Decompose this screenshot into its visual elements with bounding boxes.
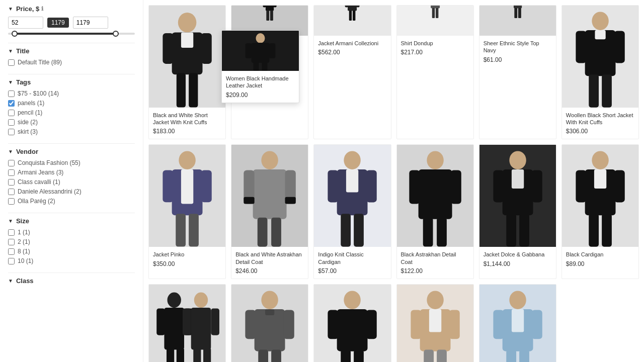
- tags-filter-title[interactable]: ▼ Tags: [8, 78, 135, 86]
- product-image: [314, 285, 390, 362]
- size-checkbox-1[interactable]: [8, 229, 15, 236]
- svg-rect-115: [337, 309, 368, 351]
- product-image: [479, 6, 556, 18]
- vendor-checkbox-5[interactable]: [8, 198, 15, 205]
- svg-rect-73: [450, 170, 461, 204]
- product-name: Shirt Dondup: [401, 40, 469, 47]
- svg-rect-119: [354, 350, 364, 362]
- svg-rect-13: [266, 11, 269, 21]
- svg-rect-49: [181, 169, 193, 204]
- product-card[interactable]: Black Astrakhan Detail Coat $122.00: [396, 144, 474, 279]
- title-default-checkbox[interactable]: [8, 59, 15, 66]
- product-card[interactable]: Light Blue Suit $320.00: [479, 284, 556, 362]
- svg-rect-87: [576, 170, 586, 203]
- product-card[interactable]: Dark Grey Jumper $145.00: [231, 284, 308, 362]
- product-info: Black Astrakhan Detail Coat $122.00: [397, 247, 473, 279]
- tag-item: panels (1): [8, 100, 135, 107]
- product-image: [149, 6, 225, 108]
- vendor-filter-title[interactable]: ▼ Vendor: [8, 148, 135, 155]
- svg-rect-141: [254, 62, 259, 71]
- price-filter-title[interactable]: ▼ Price, $ ℹ: [8, 5, 135, 13]
- price-max-input[interactable]: [73, 17, 108, 29]
- chevron-down-icon: ▼: [8, 278, 13, 284]
- product-card[interactable]: Indigo Knit Classic Cardigan $57.00: [313, 144, 391, 279]
- vendor-label-1: Conquista Fashion (55): [18, 159, 80, 166]
- product-card[interactable]: Jacket Pinko $350.00: [148, 144, 226, 279]
- product-card[interactable]: Black Suit Set $215.00: [148, 284, 226, 362]
- popup-price: $209.00: [226, 92, 295, 99]
- size-checkbox-4[interactable]: [8, 258, 15, 264]
- svg-rect-19: [357, 6, 360, 7]
- svg-point-77: [509, 151, 526, 170]
- price-range-thumb-right[interactable]: [113, 31, 119, 37]
- vendor-checkbox-2[interactable]: [8, 169, 15, 176]
- info-icon[interactable]: ℹ: [41, 6, 43, 12]
- size-checkbox-2[interactable]: [8, 239, 15, 245]
- size-item: 2 (1): [8, 238, 135, 245]
- svg-rect-127: [437, 350, 447, 362]
- svg-rect-142: [262, 62, 268, 71]
- size-filter-title[interactable]: ▼ Size: [8, 217, 135, 225]
- svg-rect-66: [346, 169, 358, 193]
- product-card[interactable]: Sheer Ethnic Style Top Navy $61.00: [479, 5, 556, 139]
- tag-label-5: skirt (3): [18, 128, 38, 135]
- tag-checkbox-2[interactable]: [8, 100, 15, 107]
- product-name: Black Cardigan: [566, 251, 634, 258]
- price-range-track[interactable]: [8, 33, 135, 35]
- product-image: [314, 145, 390, 247]
- product-card[interactable]: Black and White Short Jacket With Knit C…: [148, 5, 226, 139]
- size-label-2: 2 (1): [18, 238, 30, 245]
- tag-label-3: pencil (1): [18, 109, 42, 116]
- vendor-checkbox-4[interactable]: [8, 189, 15, 195]
- size-label-4: 10 (1): [18, 257, 33, 264]
- svg-point-137: [256, 33, 265, 43]
- vendor-checkbox-3[interactable]: [8, 179, 15, 186]
- tag-checkbox-1[interactable]: [8, 90, 15, 97]
- product-image: [231, 6, 308, 21]
- tag-checkbox-5[interactable]: [8, 129, 15, 135]
- title-filter-title[interactable]: ▼ Title: [8, 47, 135, 55]
- price-label: Price, $: [16, 5, 39, 13]
- product-card[interactable]: Jacket Dolce & Gabbana $1,144.00: [479, 144, 556, 279]
- product-info: Indigo Knit Classic Cardigan $57.00: [314, 247, 390, 279]
- price-min-input[interactable]: [8, 17, 43, 29]
- product-card[interactable]: Black Cardigan $89.00: [561, 144, 639, 279]
- product-card[interactable]: Jacket Armani Collezioni $562.00: [313, 5, 391, 139]
- svg-rect-101: [183, 308, 191, 335]
- product-image: [149, 285, 225, 362]
- svg-rect-40: [614, 31, 624, 63]
- svg-point-53: [262, 151, 278, 170]
- product-name: Indigo Knit Classic Cardigan: [318, 251, 386, 265]
- svg-rect-54: [253, 169, 287, 219]
- svg-rect-134: [506, 350, 516, 362]
- product-image: [562, 6, 638, 108]
- price-range-thumb-left[interactable]: [12, 31, 18, 37]
- tag-checkbox-3[interactable]: [8, 110, 15, 116]
- tag-checkbox-4[interactable]: [8, 119, 15, 126]
- product-price: $217.00: [401, 49, 469, 56]
- product-info: Woollen Black Short Jacket With Knit Cuf…: [562, 108, 638, 139]
- product-name: Sheer Ethnic Style Top Navy: [484, 40, 552, 54]
- product-card[interactable]: Beige Jacket $175.00: [396, 284, 474, 362]
- svg-rect-21: [353, 11, 355, 21]
- svg-rect-100: [191, 308, 211, 350]
- svg-rect-125: [429, 309, 441, 332]
- svg-rect-112: [265, 309, 274, 315]
- product-name: Black and White Astrakhan Detail Coat: [235, 251, 304, 265]
- product-card[interactable]: Black Trousers $98.00: [313, 284, 391, 362]
- product-card[interactable]: Black and White Astrakhan Detail Coat $2…: [231, 144, 308, 279]
- product-card[interactable]: Woollen Black Short Jacket With Knit Cuf…: [561, 5, 639, 139]
- product-price: $306.00: [566, 128, 634, 135]
- svg-rect-104: [203, 348, 211, 362]
- product-card[interactable]: Shirt Dondup $217.00: [396, 5, 474, 139]
- vendor-checkbox-1[interactable]: [8, 160, 15, 166]
- svg-rect-133: [512, 309, 524, 332]
- svg-point-1: [178, 13, 197, 33]
- svg-rect-103: [193, 348, 201, 362]
- product-popup[interactable]: Women Black Handmade Leather Jacket $209…: [221, 30, 299, 103]
- class-filter-title[interactable]: ▼ Class: [8, 277, 135, 285]
- svg-rect-43: [595, 30, 605, 39]
- svg-rect-65: [366, 170, 377, 203]
- size-checkbox-3[interactable]: [8, 248, 15, 255]
- product-info: Black and White Astrakhan Detail Coat $2…: [231, 247, 308, 279]
